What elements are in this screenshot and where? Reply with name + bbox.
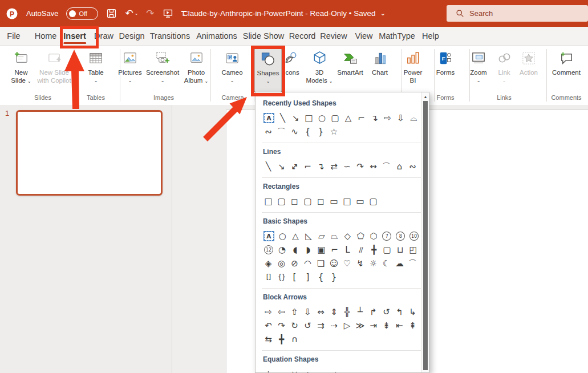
tab-draw[interactable]: Draw: [92, 27, 116, 45]
shape-arrow-left[interactable]: ⇦: [275, 306, 288, 318]
shape-smiley-face[interactable]: ☺: [327, 257, 340, 270]
ribbon-button-link[interactable]: Link⌄: [493, 48, 516, 91]
shape-double-bracket[interactable]: []: [262, 271, 275, 283]
search-box[interactable]: Search: [447, 5, 588, 22]
tab-review[interactable]: Review: [318, 27, 350, 45]
shape-right-brace[interactable]: }: [327, 271, 340, 283]
shape-can[interactable]: ⊔: [394, 244, 407, 256]
undo-chevron-icon[interactable]: ⌄: [135, 11, 139, 16]
tab-help[interactable]: Help: [420, 27, 441, 45]
shape-arrow-callout-quad[interactable]: ╋: [275, 333, 288, 346]
shape-hexagon[interactable]: ⬡: [367, 230, 380, 242]
shape-left-bracket[interactable]: [: [288, 271, 301, 283]
start-slideshow-icon[interactable]: [163, 8, 173, 19]
shape-arrow-up-down[interactable]: ⇕: [327, 306, 340, 318]
shape-arrow-callout-down[interactable]: ⇟: [380, 319, 393, 332]
ribbon-button-action[interactable]: Action: [515, 48, 542, 91]
ribbon-button-zoom[interactable]: Zoom⌄: [466, 48, 491, 91]
shape-curved-connector[interactable]: ∽: [340, 160, 354, 173]
tab-home[interactable]: Home: [33, 27, 59, 45]
shape-arrow-curved-right[interactable]: ↷: [275, 319, 288, 332]
slide-thumbnail[interactable]: [16, 110, 163, 196]
shape-elbow-double-arrow-connector[interactable]: ⇄: [327, 160, 340, 173]
ribbon-button-table[interactable]: Table⌄: [82, 48, 110, 91]
ribbon-button-chart[interactable]: Chart: [367, 48, 393, 91]
powerpoint-app-icon[interactable]: P: [6, 7, 18, 20]
shape-elbow-arrow-connector[interactable]: ↴: [368, 112, 381, 124]
shape-math-division[interactable]: ÷: [301, 368, 314, 372]
shape-text-box[interactable]: A: [264, 232, 274, 241]
shape-plaque[interactable]: ▢: [380, 244, 394, 256]
ribbon-button-3d-models[interactable]: 3DModels⌄: [303, 48, 335, 91]
shape-parallelogram[interactable]: ▱: [315, 230, 328, 242]
title-chevron-icon[interactable]: ⌄: [380, 10, 386, 17]
shape-rounded-rectangle[interactable]: ▢: [329, 112, 342, 124]
tab-record[interactable]: Record: [287, 27, 318, 45]
shape-snip-and-round-single-corner-rectangle[interactable]: ▭: [327, 195, 340, 208]
shape-oval[interactable]: ○: [315, 112, 329, 124]
shape-rounded-rectangle[interactable]: ▢: [275, 195, 288, 208]
shape-octagon[interactable]: 8: [396, 232, 405, 241]
shape-right-triangle[interactable]: ◺: [302, 230, 315, 242]
shape-arc[interactable]: ⌒: [406, 257, 419, 270]
ribbon-button-photo-album[interactable]: PhotoAlbum⌄: [180, 48, 213, 91]
shape-arrow-pentagon[interactable]: ▷: [340, 319, 354, 332]
shape-donut[interactable]: ◎: [275, 257, 288, 270]
shape-arrow-circular[interactable]: ∩: [288, 333, 301, 346]
shape-arrow-up[interactable]: ⇧: [288, 306, 301, 318]
ribbon-button-screenshot[interactable]: Screenshot⌄: [144, 48, 181, 91]
shape-arrow-chevron[interactable]: ≫: [354, 319, 367, 332]
shape-arrow-left-right[interactable]: ⇔: [314, 306, 327, 318]
shape-curve[interactable]: ⌒: [380, 160, 393, 173]
shape-curved-double-arrow-connector[interactable]: ↭: [367, 160, 380, 173]
shape-round-same-side-corner-rectangle[interactable]: ▭: [354, 195, 367, 208]
shape-arrow-striped-right[interactable]: ⇉: [314, 319, 327, 332]
shape-star-5-point[interactable]: ☆: [327, 125, 340, 138]
tab-animations[interactable]: Animations: [194, 27, 240, 45]
shape-arrow-right[interactable]: ⇨: [262, 306, 275, 318]
shape-right-brace[interactable]: }: [314, 125, 327, 138]
shape-freeform-scribble[interactable]: ∾: [406, 160, 419, 173]
shape-no-symbol[interactable]: ⊘: [288, 257, 301, 270]
shape-folded-corner[interactable]: ❏: [314, 257, 327, 270]
tab-mathtype[interactable]: MathType: [376, 27, 417, 45]
shape-diamond[interactable]: ◇: [341, 230, 354, 242]
shape-cross[interactable]: ╋: [367, 244, 380, 256]
shape-arrow-quad[interactable]: ╬: [340, 306, 354, 318]
shape-snip-single-corner-rectangle[interactable]: ◻: [288, 195, 301, 208]
shape-cloud[interactable]: ☁: [393, 257, 406, 270]
shape-math-not-equal[interactable]: ≠: [327, 368, 340, 372]
shape-arrow-callout-up[interactable]: ⇞: [406, 319, 419, 332]
shape-double-brace[interactable]: {}: [275, 271, 288, 283]
shape-moon[interactable]: ☾: [380, 257, 393, 270]
shape-isosceles-triangle[interactable]: △: [289, 230, 302, 242]
scrollbar-thumb[interactable]: [423, 101, 428, 370]
autosave-toggle[interactable]: Off: [66, 7, 98, 20]
shape-trapezoid[interactable]: ⏢: [328, 230, 341, 242]
shape-math-equal[interactable]: =: [314, 368, 327, 372]
shape-pie[interactable]: ◔: [275, 244, 289, 256]
shape-arrow-callout-right[interactable]: ⇥: [367, 319, 380, 332]
shape-left-brace[interactable]: {: [301, 125, 314, 138]
shape-curved-arrow-connector[interactable]: ↷: [354, 160, 367, 173]
shape-arrow-u-turn[interactable]: ↺: [380, 306, 393, 318]
ribbon-button-pictures[interactable]: Pictures⌄: [114, 48, 146, 91]
save-icon[interactable]: [106, 8, 117, 19]
shape-scribble[interactable]: ∾: [262, 125, 275, 138]
shape-math-multiply[interactable]: ×: [288, 368, 301, 372]
shape-frame[interactable]: ▣: [315, 244, 328, 256]
ribbon-button-new-slide-with-copilot[interactable]: New Slidewith Copilot: [34, 48, 75, 91]
shape-arrow-left-right-up[interactable]: ┴: [354, 306, 367, 318]
shape-right-arrow[interactable]: ⇨: [381, 112, 394, 124]
shape-block-arc[interactable]: ◠: [301, 257, 314, 270]
tab-insert[interactable]: Insert: [61, 27, 88, 45]
shape-flowchart-off-page-connector[interactable]: ⌓: [407, 112, 420, 124]
shape-cube[interactable]: ◰: [407, 244, 420, 256]
shape-text-box[interactable]: A: [264, 113, 274, 123]
shape-arrow-curved-down[interactable]: ↺: [301, 319, 314, 332]
shape-line[interactable]: ╲: [276, 112, 289, 124]
shape-oval[interactable]: ○: [276, 230, 289, 242]
shape-isosceles-triangle[interactable]: △: [342, 112, 355, 124]
ribbon-button-comment[interactable]: Comment: [548, 48, 585, 91]
shape-elbow-connector[interactable]: ⌐: [355, 112, 368, 124]
